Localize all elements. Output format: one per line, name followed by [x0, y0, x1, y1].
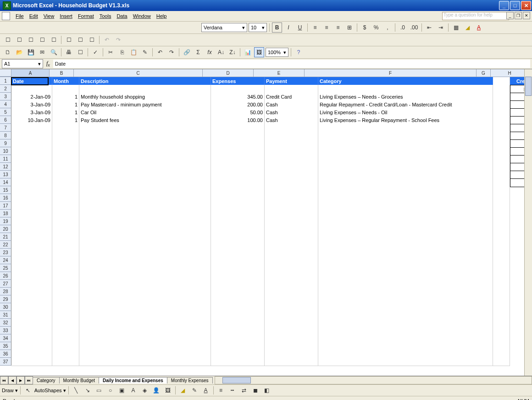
cell[interactable]	[318, 210, 493, 218]
menu-file[interactable]: File	[13, 12, 27, 20]
cell[interactable]	[265, 139, 318, 148]
cell[interactable]	[52, 171, 79, 179]
sheet-tab-category[interactable]: Category	[33, 377, 60, 383]
cell[interactable]	[52, 186, 79, 194]
row-header[interactable]: 5	[0, 108, 11, 116]
cell[interactable]	[265, 264, 318, 272]
cell[interactable]	[318, 311, 493, 319]
cell[interactable]	[493, 288, 510, 296]
cell[interactable]	[318, 334, 493, 343]
cell[interactable]	[11, 319, 52, 327]
cell[interactable]: 2-Jan-09	[11, 93, 52, 101]
sheet-tab-monthly-budget[interactable]: Monthly Budget	[59, 377, 100, 383]
cell[interactable]	[318, 272, 493, 280]
cell[interactable]	[211, 233, 265, 241]
font-name-select[interactable]: Verdana▾	[201, 23, 247, 32]
cell[interactable]	[265, 225, 318, 233]
row-header[interactable]: 18	[0, 210, 11, 217]
cell[interactable]	[318, 288, 493, 296]
cell[interactable]	[79, 358, 211, 366]
cell[interactable]	[11, 155, 52, 163]
cell[interactable]	[318, 350, 493, 358]
paste-button[interactable]: 📋	[128, 47, 139, 57]
cell[interactable]	[79, 256, 211, 265]
cell[interactable]	[265, 210, 318, 218]
underline-button[interactable]: U	[295, 22, 305, 33]
cell[interactable]: Date	[11, 77, 52, 85]
cell[interactable]	[493, 272, 510, 280]
format-painter-button[interactable]: ✎	[140, 47, 150, 57]
cell[interactable]	[11, 194, 52, 202]
cell[interactable]: Living Expenses – Regular Repayment - Sc…	[318, 116, 493, 124]
dash-style-button[interactable]: ┅	[227, 385, 238, 395]
select-objects-button[interactable]: ↖	[23, 385, 33, 395]
cell[interactable]	[11, 303, 52, 311]
cell[interactable]	[211, 350, 265, 358]
rectangle-button[interactable]: ▭	[94, 385, 104, 395]
cell[interactable]	[79, 295, 211, 304]
cell[interactable]	[11, 327, 52, 335]
cell[interactable]	[79, 210, 211, 218]
cell[interactable]	[265, 147, 318, 156]
cell[interactable]	[79, 334, 211, 343]
cell[interactable]	[265, 350, 318, 358]
cell[interactable]	[52, 241, 79, 249]
cell[interactable]	[493, 295, 510, 304]
cell[interactable]	[79, 178, 211, 187]
cell[interactable]	[318, 147, 493, 156]
close-button[interactable]: ✕	[521, 1, 531, 10]
tool-button[interactable]: ☐	[37, 35, 47, 45]
cell[interactable]	[79, 233, 211, 241]
cell[interactable]	[11, 256, 52, 265]
cell[interactable]	[211, 303, 265, 311]
copy-button[interactable]: ⎘	[117, 47, 127, 57]
cell[interactable]	[79, 264, 211, 272]
textbox-button[interactable]: ▣	[117, 385, 127, 395]
cell[interactable]	[318, 327, 493, 335]
cell[interactable]	[11, 124, 52, 132]
chart-button[interactable]: 📊	[243, 47, 253, 57]
cell[interactable]	[318, 132, 493, 140]
cell[interactable]	[318, 303, 493, 311]
cell[interactable]	[79, 171, 211, 179]
cell[interactable]	[11, 249, 52, 257]
cell[interactable]	[493, 155, 510, 163]
cell[interactable]: Car Oil	[79, 108, 211, 117]
menu-format[interactable]: Format	[75, 12, 97, 20]
cell[interactable]	[265, 272, 318, 280]
redo-button[interactable]: ↷	[166, 47, 177, 57]
row-header[interactable]: 34	[0, 334, 11, 342]
cell[interactable]	[318, 217, 493, 226]
cell[interactable]	[79, 85, 211, 93]
row-header[interactable]: 36	[0, 350, 11, 358]
cell[interactable]	[211, 249, 265, 257]
row-header[interactable]: 19	[0, 217, 11, 225]
cell[interactable]	[318, 225, 493, 233]
increase-indent-button[interactable]: ⇥	[436, 22, 446, 33]
cell[interactable]	[52, 327, 79, 335]
cell[interactable]	[265, 249, 318, 257]
cell[interactable]: Expenses	[211, 77, 265, 85]
cell[interactable]	[493, 100, 510, 109]
cell[interactable]	[265, 311, 318, 319]
cell[interactable]	[79, 342, 211, 350]
cell[interactable]	[211, 264, 265, 272]
cell[interactable]	[318, 233, 493, 241]
cell[interactable]: Description	[79, 77, 211, 85]
cell[interactable]	[52, 311, 79, 319]
borders-button[interactable]: ▦	[451, 22, 461, 33]
tool-button[interactable]: ☐	[64, 35, 74, 45]
font-size-select[interactable]: 10▾	[249, 23, 267, 32]
cell[interactable]: Credit Card	[265, 93, 318, 101]
cell[interactable]: 3-Jan-09	[11, 108, 52, 117]
cell[interactable]	[11, 132, 52, 140]
cell[interactable]	[318, 280, 493, 288]
cell[interactable]	[318, 186, 493, 194]
cell[interactable]	[11, 264, 52, 272]
cell[interactable]	[211, 327, 265, 335]
line-style-button[interactable]: ≡	[216, 385, 226, 395]
sheet-tab-daily-income[interactable]: Daily Income and Expenses	[99, 377, 167, 383]
cell[interactable]	[493, 225, 510, 233]
cell[interactable]	[211, 202, 265, 210]
decrease-decimal-button[interactable]: .00	[409, 22, 419, 33]
